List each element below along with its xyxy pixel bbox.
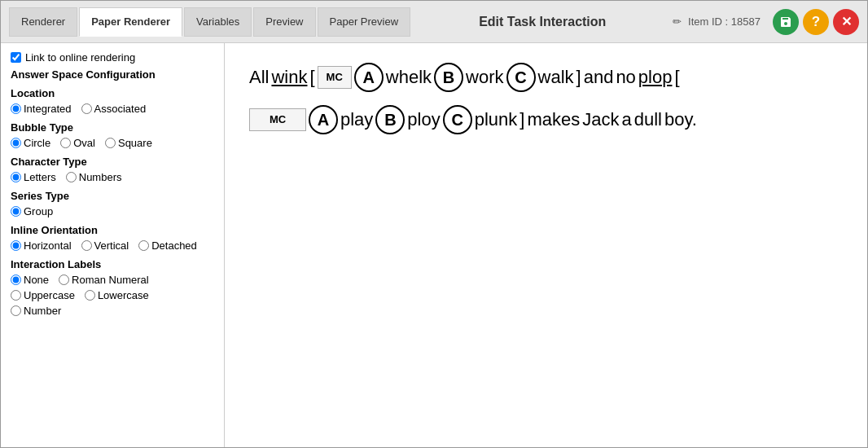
inline-horizontal-radio[interactable] <box>11 240 21 251</box>
interaction-number[interactable]: Number <box>11 305 61 317</box>
location-title: Location <box>11 87 214 99</box>
bubble-oval[interactable]: Oval <box>60 137 95 149</box>
mc-box-1: MC <box>318 66 352 89</box>
location-integrated[interactable]: Integrated <box>11 103 72 115</box>
series-group[interactable]: Group <box>11 205 53 217</box>
word-plunk: plunk <box>475 102 518 138</box>
mc-box-2: MC <box>249 108 306 131</box>
word-jack: Jack <box>582 102 619 138</box>
series-type-title: Series Type <box>11 190 214 202</box>
bubble-type-title: Bubble Type <box>11 121 214 134</box>
character-type-title: Character Type <box>11 156 214 168</box>
page-title: Edit Task Interaction <box>412 15 673 29</box>
interaction-options-row3: Number <box>11 305 214 317</box>
link-online-label[interactable]: Link to online rendering <box>25 51 135 64</box>
save-icon <box>779 15 792 29</box>
preview-content: All wink [ MC A whelk B work C walk ] an… <box>249 59 843 138</box>
inline-horizontal[interactable]: Horizontal <box>11 239 72 252</box>
interaction-lowercase[interactable]: Lowercase <box>85 289 149 301</box>
interaction-options-row2: Uppercase Lowercase <box>11 289 214 301</box>
word-ploy: ploy <box>407 102 440 138</box>
interaction-options-row1: None Roman Numeral <box>11 274 214 286</box>
interaction-uppercase[interactable]: Uppercase <box>11 289 75 301</box>
interaction-roman[interactable]: Roman Numeral <box>59 274 149 286</box>
save-button[interactable] <box>773 9 799 35</box>
interaction-lowercase-radio[interactable] <box>85 290 95 301</box>
word-a: a <box>621 102 631 138</box>
word-dull: dull <box>634 102 662 138</box>
location-associated-radio[interactable] <box>81 103 92 114</box>
circle-c-2: C <box>443 105 472 134</box>
bubble-oval-radio[interactable] <box>60 138 71 148</box>
question-icon: ? <box>812 14 820 30</box>
inline-options: Horizontal Vertical Detached <box>11 239 214 252</box>
bracket-open-2: [ <box>674 59 679 95</box>
location-associated[interactable]: Associated <box>81 103 147 115</box>
circle-b-2: B <box>375 105 405 134</box>
interaction-number-radio[interactable] <box>11 305 21 316</box>
circle-a-2: A <box>309 105 338 134</box>
character-letters[interactable]: Letters <box>11 171 56 183</box>
series-options: Group <box>11 205 214 217</box>
word-whelk: whelk <box>386 59 432 95</box>
item-id: ✏ Item ID : 18587 <box>673 15 761 28</box>
bubble-square[interactable]: Square <box>105 137 152 149</box>
word-makes: makes <box>527 102 580 138</box>
right-panel: All wink [ MC A whelk B work C walk ] an… <box>225 43 867 447</box>
word-boy: boy. <box>664 102 697 138</box>
pencil-icon: ✏ <box>673 15 682 28</box>
answer-space-title: Answer Space Configuration <box>11 68 214 81</box>
interaction-labels-title: Interaction Labels <box>11 258 214 270</box>
bracket-open-1: [ <box>309 59 314 95</box>
bubble-square-radio[interactable] <box>105 138 116 148</box>
link-online-checkbox[interactable] <box>11 52 21 63</box>
word-all: All <box>249 59 269 95</box>
tab-paper-renderer[interactable]: Paper Renderer <box>79 7 182 37</box>
bubble-circle[interactable]: Circle <box>11 137 50 149</box>
inline-orientation-title: Inline Orientation <box>11 224 214 236</box>
location-options: Integrated Associated <box>11 103 214 115</box>
close-icon: ✕ <box>841 14 852 29</box>
interaction-none[interactable]: None <box>11 274 49 286</box>
character-letters-radio[interactable] <box>11 172 21 182</box>
inline-detached[interactable]: Detached <box>138 239 197 252</box>
inline-vertical[interactable]: Vertical <box>81 239 129 252</box>
character-numbers-radio[interactable] <box>66 172 77 182</box>
help-button[interactable]: ? <box>803 9 829 35</box>
word-and: and <box>584 59 614 95</box>
inline-vertical-radio[interactable] <box>81 240 92 251</box>
interaction-uppercase-radio[interactable] <box>11 290 21 301</box>
bracket-close-1: ] <box>576 59 581 95</box>
series-group-radio[interactable] <box>11 206 21 217</box>
circle-b-1: B <box>434 63 463 92</box>
close-button[interactable]: ✕ <box>833 9 859 35</box>
character-options: Letters Numbers <box>11 171 214 183</box>
tab-variables[interactable]: Variables <box>184 7 252 37</box>
word-no: no <box>616 59 635 95</box>
top-bar: Renderer Paper Renderer Variables Previe… <box>1 1 867 43</box>
word-walk: walk <box>538 59 574 95</box>
interaction-none-radio[interactable] <box>11 275 21 285</box>
tab-preview[interactable]: Preview <box>253 7 315 37</box>
bracket-close-2: ] <box>519 102 524 138</box>
tab-renderer[interactable]: Renderer <box>9 7 77 37</box>
word-plop: plop <box>638 59 673 95</box>
bubble-circle-radio[interactable] <box>11 138 21 148</box>
location-integrated-radio[interactable] <box>11 103 21 114</box>
preview-line-1: All wink [ MC A whelk B work C walk ] an… <box>249 59 843 95</box>
app-container: Renderer Paper Renderer Variables Previe… <box>0 0 868 448</box>
circle-c-1: C <box>506 63 536 92</box>
left-panel: Link to online rendering Answer Space Co… <box>1 43 225 447</box>
link-checkbox-row[interactable]: Link to online rendering <box>11 51 214 64</box>
word-wink: wink <box>271 59 307 95</box>
circle-a-1: A <box>354 63 384 92</box>
main-content: Link to online rendering Answer Space Co… <box>1 43 867 447</box>
interaction-roman-radio[interactable] <box>59 275 69 285</box>
bubble-options: Circle Oval Square <box>11 137 214 149</box>
preview-line-2: MC A play B ploy C plunk ] makes Jack a … <box>249 102 843 138</box>
word-work: work <box>466 59 503 95</box>
character-numbers[interactable]: Numbers <box>66 171 122 183</box>
inline-detached-radio[interactable] <box>138 240 149 251</box>
tab-paper-preview[interactable]: Paper Preview <box>318 7 411 37</box>
word-play: play <box>340 102 373 138</box>
